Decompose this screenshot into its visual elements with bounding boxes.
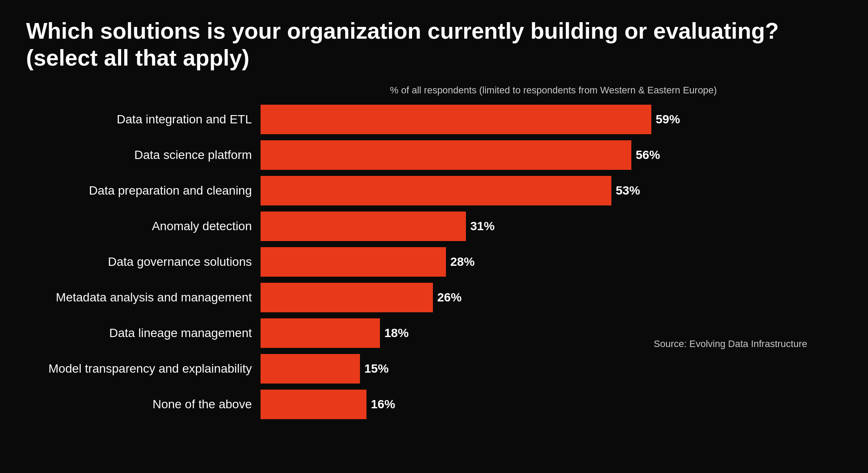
bar-fill bbox=[261, 283, 433, 312]
bar-label: None of the above bbox=[26, 397, 261, 411]
bar-row: Data science platform56% bbox=[26, 140, 842, 170]
bar-wrap: 16% bbox=[261, 390, 842, 419]
bar-label: Data governance solutions bbox=[26, 255, 261, 269]
bar-fill bbox=[261, 212, 466, 241]
bar-label: Data lineage management bbox=[26, 326, 261, 340]
bar-percent: 56% bbox=[636, 148, 660, 162]
bar-wrap: 31% bbox=[261, 212, 842, 241]
bar-label: Anomaly detection bbox=[26, 219, 261, 233]
bar-percent: 28% bbox=[450, 255, 475, 269]
bar-row: Data preparation and cleaning53% bbox=[26, 176, 842, 205]
bar-row: Model transparency and explainability15% bbox=[26, 354, 842, 384]
bar-percent: 31% bbox=[470, 219, 495, 233]
bar-label: Data integration and ETL bbox=[26, 112, 261, 126]
chart-container: Data integration and ETL59%Data science … bbox=[26, 105, 842, 419]
bar-fill bbox=[261, 176, 611, 205]
bar-percent: 53% bbox=[616, 184, 640, 198]
bar-percent: 15% bbox=[364, 362, 389, 376]
bar-fill bbox=[261, 354, 360, 384]
bar-row: Anomaly detection31% bbox=[26, 212, 842, 241]
bar-wrap: 56% bbox=[261, 140, 842, 170]
bar-row: Metadata analysis and management26% bbox=[26, 283, 842, 312]
bar-label: Data preparation and cleaning bbox=[26, 184, 261, 198]
bar-label: Metadata analysis and management bbox=[26, 291, 261, 304]
bar-row: None of the above16% bbox=[26, 390, 842, 419]
bar-fill bbox=[261, 390, 366, 419]
bar-row: Data governance solutions28% bbox=[26, 247, 842, 277]
bar-wrap: 26% bbox=[261, 283, 842, 312]
bar-fill bbox=[261, 318, 380, 348]
bar-row: Data integration and ETL59% bbox=[26, 105, 842, 134]
bar-percent: 16% bbox=[371, 397, 395, 411]
bar-wrap: 28% bbox=[261, 247, 842, 277]
bar-label: Data science platform bbox=[26, 148, 261, 162]
bar-fill bbox=[261, 140, 631, 170]
bar-wrap: 15% bbox=[261, 354, 842, 384]
bar-percent: 26% bbox=[437, 291, 462, 304]
source-label: Source: Evolving Data Infrastructure bbox=[654, 338, 807, 350]
bar-wrap: 53% bbox=[261, 176, 842, 205]
bar-fill bbox=[261, 247, 446, 277]
page-title: Which solutions is your organization cur… bbox=[26, 17, 842, 72]
bar-fill bbox=[261, 105, 651, 134]
bar-label: Model transparency and explainability bbox=[26, 362, 261, 376]
bar-wrap: 59% bbox=[261, 105, 842, 134]
bar-percent: 18% bbox=[384, 326, 409, 340]
bar-percent: 59% bbox=[656, 112, 680, 126]
chart-subtitle: % of all respondents (limited to respond… bbox=[265, 85, 842, 96]
